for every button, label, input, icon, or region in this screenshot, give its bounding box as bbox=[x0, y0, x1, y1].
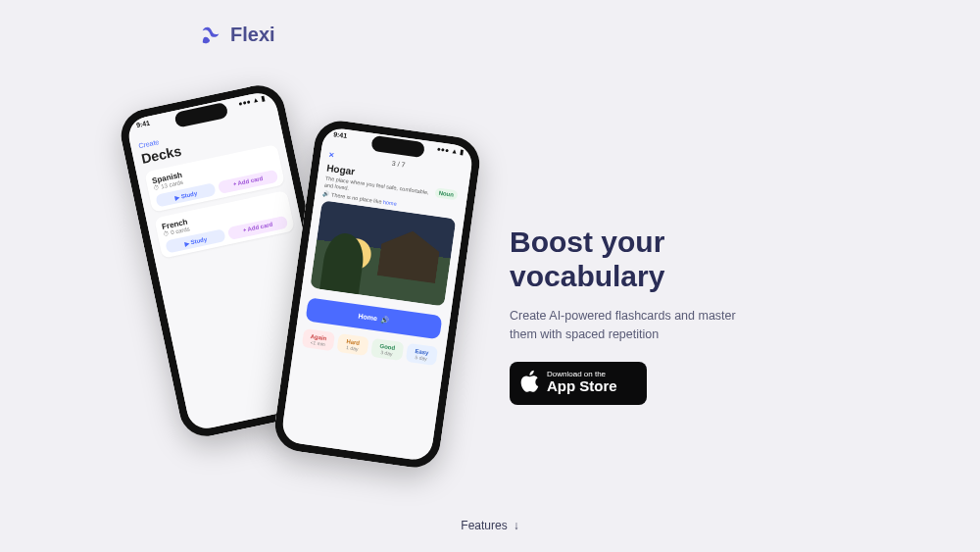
rate-good: Good3 day bbox=[370, 338, 404, 361]
site-header: Flexi bbox=[201, 24, 275, 46]
card-definition: The place where you feel safe, comfortab… bbox=[323, 175, 460, 207]
deck-card: Spanish ⏱ 13 cards ▶ Study + Add card bbox=[144, 144, 285, 213]
rate-again: Again<1 min bbox=[302, 328, 335, 351]
arrow-down-icon: ↓ bbox=[514, 519, 519, 532]
logo-icon bbox=[201, 25, 222, 46]
phone-card: 9:41 ●●● ▲ ▮ ✕ 3 / 7 Hogar Noun The plac… bbox=[271, 118, 483, 471]
pos-chip: Noun bbox=[434, 187, 458, 200]
phone-notch bbox=[173, 102, 228, 128]
features-label: Features bbox=[461, 519, 507, 532]
hero-subtitle: Create AI-powered flashcards and master … bbox=[510, 307, 764, 344]
rate-easy: Easy5 day bbox=[405, 343, 438, 366]
answer-bar: Home 🔊 bbox=[305, 298, 442, 340]
hero-title: Boost your vocabulary bbox=[510, 226, 804, 293]
decks-title: Decks bbox=[140, 123, 275, 166]
add-card-button: + Add card bbox=[218, 170, 278, 194]
card-image bbox=[310, 201, 456, 307]
status-icons: ●●● ▲ ▮ bbox=[238, 95, 267, 109]
hero: Boost your vocabulary Create AI-powered … bbox=[510, 226, 804, 405]
study-button: ▶ Study bbox=[165, 228, 225, 253]
deck-count: ⏱ 0 cards bbox=[163, 206, 284, 237]
rating-row: Again<1 min Hard1 day Good3 day Easy5 da… bbox=[302, 328, 438, 366]
features-link[interactable]: Features ↓ bbox=[461, 519, 518, 532]
apple-icon bbox=[519, 370, 539, 397]
phone-decks: 9:41 ●●● ▲ ▮ Create Decks Spanish ⏱ 13 c… bbox=[117, 80, 349, 441]
add-card-button: + Add card bbox=[227, 216, 288, 240]
study-button: ▶ Study bbox=[155, 182, 216, 207]
status-time: 9:41 bbox=[333, 130, 348, 140]
close-icon: ✕ bbox=[328, 151, 335, 160]
create-link: Create bbox=[138, 115, 271, 150]
rate-hard: Hard1 day bbox=[336, 333, 369, 356]
deck-count: ⏱ 13 cards bbox=[153, 160, 274, 191]
deck-card: French ⏱ 0 cards ▶ Study + Add card bbox=[154, 190, 295, 259]
status-icons: ●●● ▲ ▮ bbox=[436, 145, 464, 157]
status-time: 9:41 bbox=[135, 119, 150, 129]
deck-name: French bbox=[161, 197, 283, 231]
appstore-button[interactable]: Download on the App Store bbox=[510, 362, 647, 405]
hero-phones: 9:41 ●●● ▲ ▮ Create Decks Spanish ⏱ 13 c… bbox=[157, 88, 470, 480]
card-word: Hogar bbox=[326, 163, 462, 192]
appstore-text: Download on the App Store bbox=[547, 371, 617, 395]
deck-name: Spanish bbox=[151, 151, 273, 185]
status-bar: 9:41 ●●● ▲ ▮ bbox=[316, 128, 481, 160]
screen-decks: Create Decks Spanish ⏱ 13 cards ▶ Study … bbox=[125, 90, 339, 432]
card-example: 🔊 There is no place like home bbox=[322, 191, 457, 216]
status-bar: 9:41 ●●● ▲ ▮ bbox=[119, 91, 283, 133]
card-counter: 3 / 7 bbox=[391, 160, 406, 170]
phone-notch bbox=[370, 135, 425, 158]
logo-text: Flexi bbox=[230, 24, 275, 46]
screen-card: ✕ 3 / 7 Hogar Noun The place where you f… bbox=[280, 126, 474, 462]
